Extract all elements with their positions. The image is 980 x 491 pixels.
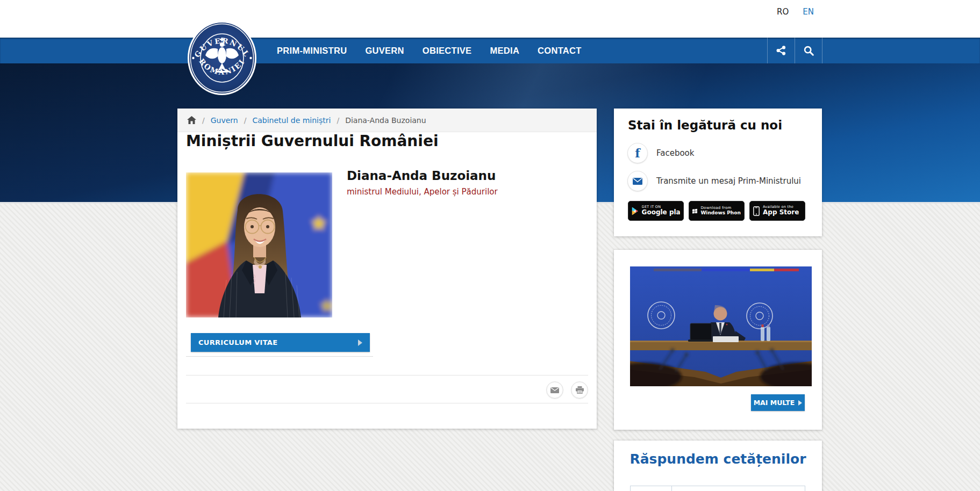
- print-icon: [576, 386, 584, 394]
- nav-item-media[interactable]: MEDIA: [490, 46, 519, 56]
- facebook-link[interactable]: f Facebook: [627, 143, 694, 163]
- nav-item-prim-ministru[interactable]: PRIM-MINISTRU: [277, 46, 347, 56]
- search-icon: [803, 45, 814, 56]
- google-play-icon: [632, 207, 639, 215]
- nav-item-guvern[interactable]: GUVERN: [365, 46, 404, 56]
- more-button[interactable]: MAI MULTE: [751, 394, 805, 411]
- home-icon[interactable]: [187, 116, 196, 124]
- divider: [186, 356, 373, 357]
- divider: [186, 375, 588, 376]
- stay-connected-card: Stai în legătură cu noi f Facebook Trans…: [614, 109, 822, 236]
- minister-photo: [186, 172, 332, 317]
- arrow-right-icon: [798, 400, 802, 406]
- arrow-right-icon: [358, 340, 362, 346]
- message-pm-link[interactable]: Transmite un mesaj Prim-Ministrului: [627, 171, 801, 191]
- government-logo[interactable]: GUVERNUL ROMÂNIEI: [187, 20, 257, 96]
- badge-line2: Google play: [642, 209, 680, 216]
- press-conference-image[interactable]: [630, 266, 812, 386]
- badge-line2: Windows Phone Store: [700, 210, 741, 215]
- phone-icon: [753, 206, 760, 216]
- windows-icon: [692, 207, 697, 215]
- citizens-table: [630, 486, 805, 491]
- language-en[interactable]: EN: [803, 7, 814, 17]
- minister-role: ministrul Mediului, Apelor și Pădurilor: [347, 187, 498, 197]
- search-button[interactable]: [795, 38, 822, 63]
- badge-line1: Download from: [700, 206, 741, 210]
- windows-phone-store-badge[interactable]: Download from Windows Phone Store: [689, 201, 745, 221]
- page-title: Miniștrii Guvernului României: [186, 132, 439, 150]
- more-button-label: MAI MULTE: [754, 399, 795, 407]
- share-icon: [776, 45, 786, 56]
- curriculum-vitae-button[interactable]: CURRICULUM VITAE: [191, 333, 370, 352]
- citizens-card: Răspundem cetățenilor: [614, 441, 822, 491]
- nav-icon-group: [767, 38, 822, 63]
- page: RO EN PRIM-MINISTRU GUVERN OBIECTIVE MED…: [0, 0, 980, 491]
- facebook-label: Facebook: [656, 148, 694, 158]
- minister-name: Diana-Anda Buzoianu: [347, 169, 496, 183]
- curriculum-vitae-label: CURRICULUM VITAE: [198, 338, 358, 346]
- nav-item-contact[interactable]: CONTACT: [538, 46, 582, 56]
- breadcrumb-separator: /: [202, 116, 205, 125]
- government-seal-icon: GUVERNUL ROMÂNIEI: [187, 20, 257, 96]
- breadcrumb-separator: /: [244, 116, 247, 125]
- breadcrumb-current: Diana-Anda Buzoianu: [345, 116, 426, 125]
- citizens-table-cell: [672, 486, 805, 491]
- divider: [186, 403, 588, 403]
- breadcrumb-cabinet[interactable]: Cabinetul de miniștri: [252, 116, 331, 125]
- breadcrumb: / Guvern / Cabinetul de miniștri / Diana…: [177, 109, 597, 132]
- breadcrumb-separator: /: [337, 116, 339, 125]
- badge-line2: App Store: [763, 209, 799, 216]
- main-content-card: / Guvern / Cabinetul de miniștri / Diana…: [177, 109, 597, 429]
- email-page-button[interactable]: [546, 381, 563, 399]
- nav-menu: PRIM-MINISTRU GUVERN OBIECTIVE MEDIA CON…: [277, 38, 582, 63]
- top-bar: RO EN: [0, 0, 980, 38]
- share-button[interactable]: [767, 38, 795, 63]
- email-icon: [550, 387, 559, 393]
- nav-item-obiective[interactable]: OBIECTIVE: [423, 46, 472, 56]
- google-play-badge[interactable]: GET IT ON Google play: [628, 201, 684, 221]
- breadcrumb-guvern[interactable]: Guvern: [211, 116, 238, 125]
- stay-connected-title: Stai în legătură cu noi: [628, 118, 782, 132]
- citizens-table-cell: [630, 486, 672, 491]
- main-navbar: PRIM-MINISTRU GUVERN OBIECTIVE MEDIA CON…: [0, 38, 980, 63]
- print-page-button[interactable]: [571, 381, 588, 399]
- language-ro[interactable]: RO: [777, 7, 789, 17]
- facebook-icon: f: [627, 143, 648, 163]
- app-badges: GET IT ON Google play Download from Wind…: [628, 201, 805, 221]
- message-envelope-icon: [627, 171, 648, 191]
- citizens-title: Răspundem cetățenilor: [614, 451, 822, 467]
- app-store-badge[interactable]: Available on the App Store: [749, 201, 805, 221]
- language-switcher: RO EN: [777, 7, 814, 17]
- share-actions: [546, 381, 588, 399]
- news-card: MAI MULTE: [614, 250, 822, 430]
- message-pm-label: Transmite un mesaj Prim-Ministrului: [656, 176, 801, 186]
